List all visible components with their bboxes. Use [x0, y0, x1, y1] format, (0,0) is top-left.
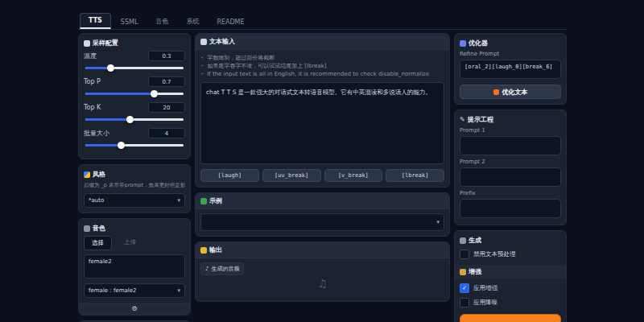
voice-name-value: female2 [89, 258, 112, 265]
voice-card-footer: ⚙ [79, 303, 190, 315]
prefix-textarea[interactable] [460, 199, 561, 218]
temperature-slider[interactable] [85, 67, 184, 69]
batch-size-slider-handle[interactable] [118, 142, 125, 149]
token-button-v-break[interactable]: [v_break] [324, 169, 383, 182]
slider-row-temperature: 温度 0.3 [84, 51, 185, 61]
refiner-card: 优化器 Refine Prompt [oral_2][laugh_0][brea… [454, 33, 567, 105]
temperature-label: 温度 [84, 52, 97, 60]
slider-row-top-p: Top P 0.7 [84, 76, 185, 87]
examples-title: 示例 [209, 196, 222, 205]
refine-prompt-value: [oral_2][laugh_0][break_6] [464, 64, 553, 70]
text-input-card: 文本输入 • 字数限制，超过部分将截断 • 如果尾字吞字不读，可以试试结尾加上 … [195, 33, 450, 188]
style-card: 风格 后缀为 _p 表示带prompt，效果更好但是影响速度 *auto ▾ [78, 164, 191, 213]
voice-header: 音色 [84, 224, 185, 233]
voice-tab-upload[interactable]: 上传 [117, 236, 143, 250]
prompt2-textarea[interactable] [460, 167, 561, 187]
batch-size-slider-fill [85, 144, 121, 147]
top-p-slider[interactable] [85, 93, 184, 95]
refiner-header: 优化器 [460, 39, 561, 47]
sampling-title: 采样配置 [93, 39, 118, 47]
top-p-slider-handle[interactable] [151, 90, 158, 97]
check-icon: ✓ [462, 285, 467, 291]
main-tabbar: TTS SSML 音色 系统 README [78, 13, 568, 30]
chattts-forge-app: TTS SSML 音色 系统 README 采样配置 温度 0.3 [78, 13, 568, 322]
sampling-icon [84, 40, 90, 47]
top-p-slider-fill [85, 93, 154, 95]
token-button-lbreak[interactable]: [lbreak] [386, 169, 444, 182]
refine-text-button[interactable]: 优化文本 [460, 85, 561, 99]
generate-card: 生成 ✓ 禁用文本预处理 增强 ✓ [454, 230, 567, 322]
pencil-icon: ✎ [460, 117, 465, 123]
voice-dropdown-value: female : female2 [89, 287, 137, 294]
refiner-title: 优化器 [469, 39, 488, 47]
chevron-down-icon: ▾ [177, 287, 180, 294]
apply-enhance-checkbox[interactable]: ✓ [460, 283, 469, 293]
voice-name-textarea[interactable]: female2 [84, 254, 185, 279]
prompt-engineering-card: ✎ 提示工程 Prompt 1 Prompt 2 Prefix [454, 109, 567, 225]
note-line: • 字数限制，超过部分将截断 [200, 54, 444, 62]
refiner-icon [460, 40, 466, 47]
token-button-laugh[interactable]: [laugh] [200, 169, 259, 182]
tab-system[interactable]: 系统 [178, 14, 207, 29]
audio-label-text: 生成的音频 [211, 265, 239, 273]
prompt2-label: Prompt 2 [460, 159, 561, 165]
disable-normalize-label: 禁用文本预处理 [473, 250, 516, 258]
apply-denoise-checkbox[interactable]: ✓ [460, 298, 469, 308]
voice-icon [84, 225, 90, 232]
top-k-slider-fill [85, 118, 130, 121]
tab-readme[interactable]: README [208, 15, 252, 29]
generated-audio-player[interactable]: ♪ 生成的音频 ♫ [200, 262, 444, 296]
output-header-strip: 输出 [196, 242, 449, 258]
top-k-value-input[interactable]: 20 [148, 102, 185, 113]
top-k-slider[interactable] [85, 118, 184, 121]
voice-dropdown[interactable]: female : female2 ▾ [84, 283, 185, 298]
temperature-value-input[interactable]: 0.3 [148, 51, 185, 61]
refine-button-label: 优化文本 [502, 88, 528, 97]
enhance-icon [460, 269, 466, 275]
gear-icon[interactable]: ⚙ [131, 306, 137, 312]
voice-tabs: 选择 上传 [84, 236, 185, 250]
music-note-icon: ♪ [205, 266, 208, 272]
apply-denoise-row: ✓ 应用降噪 [460, 298, 561, 308]
tab-tts[interactable]: TTS [80, 13, 111, 29]
app-window: TTS SSML 音色 系统 README 采样配置 温度 0.3 [0, 0, 644, 322]
refine-prompt-input[interactable]: [oral_2][laugh_0][break_6] [460, 60, 561, 79]
top-k-slider-handle[interactable] [126, 116, 134, 123]
style-header: 风格 [84, 170, 185, 179]
examples-dropdown[interactable]: ▾ [200, 213, 444, 231]
voice-tab-select[interactable]: 选择 [84, 236, 112, 250]
apply-enhance-row: ✓ 应用增强 [460, 283, 561, 293]
batch-size-label: 批量大小 [84, 129, 109, 138]
refine-button-icon [493, 89, 499, 95]
tab-ssml[interactable]: SSML [113, 15, 147, 29]
note-text: If the input text is all in English, it … [207, 70, 429, 78]
tts-text-textarea[interactable]: chat T T S 是一款强大的对话式文本转语音模型。它有中英混读和多说话人的… [200, 82, 444, 164]
top-p-value-input[interactable]: 0.7 [148, 76, 185, 87]
sampling-config-card: 采样配置 温度 0.3 Top P 0.7 [78, 33, 191, 159]
text-input-notes: • 字数限制，超过部分将截断 • 如果尾字吞字不读，可以试试结尾加上 [lbre… [200, 54, 444, 78]
note-text: 如果尾字吞字不读，可以试试结尾加上 [lbreak] [207, 62, 326, 70]
batch-size-value-input[interactable]: 4 [148, 128, 185, 138]
style-dropdown[interactable]: *auto ▾ [84, 193, 185, 208]
output-card: 输出 ♪ 生成的音频 ♫ [195, 242, 450, 302]
generate-audio-button[interactable]: 生成音频 [460, 314, 561, 322]
temperature-slider-handle[interactable] [107, 64, 114, 72]
sampling-config-header: 采样配置 [84, 39, 185, 47]
generate-header: 生成 [460, 236, 561, 245]
text-input-title: 文本输入 [209, 37, 235, 46]
refine-prompt-label: Refine Prompt [460, 51, 561, 57]
token-buttons-row: [laugh] [uv_break] [v_break] [lbreak] [200, 169, 444, 182]
bullet-icon: • [200, 54, 204, 62]
slider-row-batch-size: 批量大小 4 [84, 128, 185, 138]
disable-normalize-checkbox[interactable]: ✓ [460, 250, 469, 259]
note-line: • 如果尾字吞字不读，可以试试结尾加上 [lbreak] [200, 62, 444, 70]
top-k-label: Top K [84, 104, 101, 111]
batch-size-slider[interactable] [85, 144, 184, 147]
bullet-icon: • [200, 70, 204, 78]
tab-voice[interactable]: 音色 [147, 14, 176, 29]
voice-card: 音色 选择 上传 female2 female : female2 ▾ ⚙ [78, 218, 191, 316]
prompt1-textarea[interactable] [460, 136, 561, 155]
tts-text-value: chat T T S 是一款强大的对话式文本转语音模型。它有中英混读和多说话人的… [206, 89, 431, 96]
apply-denoise-label: 应用降噪 [473, 299, 497, 307]
token-button-uv-break[interactable]: [uv_break] [262, 169, 321, 182]
